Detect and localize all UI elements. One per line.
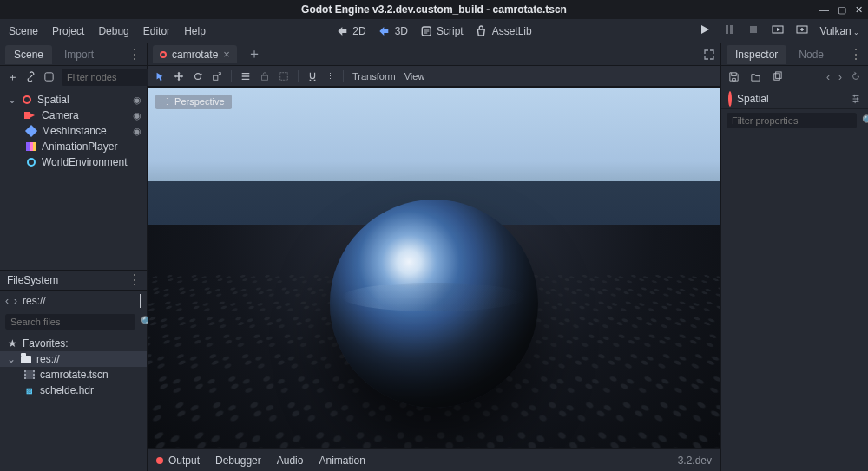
- scene-tabs-bar: camrotate × ＋: [148, 43, 720, 66]
- animationplayer-icon: [25, 141, 37, 153]
- visibility-toggle-icon[interactable]: ◉: [133, 126, 141, 137]
- tree-node-animationplayer[interactable]: AnimationPlayer: [0, 139, 147, 154]
- filesystem-forward-button[interactable]: ›: [14, 295, 17, 307]
- viewport-sphere-mesh: [330, 200, 538, 408]
- bottom-tab-animation[interactable]: Animation: [319, 455, 365, 467]
- filesystem-item-scene[interactable]: camrotate.tscn: [0, 367, 147, 383]
- filesystem-search-input[interactable]: [5, 314, 135, 330]
- local-coords-button[interactable]: [240, 71, 251, 82]
- tree-node-meshinstance[interactable]: MeshInstance ◉: [0, 123, 147, 139]
- menu-editor[interactable]: Editor: [143, 25, 170, 37]
- folder-open-icon: [750, 71, 761, 82]
- pause-button[interactable]: [723, 23, 735, 38]
- rotate-mode-button[interactable]: [193, 71, 203, 82]
- group-button[interactable]: [279, 71, 289, 82]
- tree-node-worldenvironment[interactable]: WorldEnvironment: [0, 154, 147, 170]
- snap-button[interactable]: [307, 71, 318, 82]
- tab-import[interactable]: Import: [56, 45, 102, 64]
- play-scene-button[interactable]: [772, 23, 784, 38]
- expand-toggle-icon[interactable]: ⌄: [8, 94, 16, 106]
- close-tab-button[interactable]: ×: [223, 48, 230, 61]
- svg-rect-11: [776, 72, 782, 78]
- window-minimize-button[interactable]: —: [819, 4, 829, 16]
- add-node-button[interactable]: ＋: [7, 69, 18, 85]
- menu-scene[interactable]: Scene: [9, 25, 38, 37]
- renderer-dropdown[interactable]: Vulkan ⌄: [820, 25, 859, 37]
- tree-node-spatial[interactable]: ⌄ Spatial ◉: [0, 92, 147, 108]
- assetlib-icon: [476, 25, 488, 37]
- filesystem-dock-menu-button[interactable]: ⋮: [128, 276, 141, 285]
- scale-icon: [212, 71, 222, 82]
- main-editor-area: camrotate × ＋ ⋮ Transform View Perspecti…: [148, 43, 720, 471]
- cursor-icon: [155, 71, 165, 82]
- visibility-toggle-icon[interactable]: ◉: [133, 95, 141, 106]
- filesystem-item-root[interactable]: ⌄ res://: [0, 351, 147, 367]
- filesystem-path[interactable]: res://: [23, 295, 135, 307]
- inspector-filter-input[interactable]: [727, 113, 857, 128]
- 3d-viewport[interactable]: Perspective: [148, 87, 720, 448]
- group-icon: [279, 71, 289, 82]
- inspector-save-button[interactable]: [728, 71, 740, 82]
- inspector-history-fwd-button[interactable]: ›: [838, 71, 842, 83]
- window-maximize-button[interactable]: ▢: [838, 4, 846, 16]
- workspace-assetlib-button[interactable]: AssetLib: [476, 25, 532, 37]
- lock-button[interactable]: [260, 71, 270, 82]
- transform-menu[interactable]: Transform: [352, 71, 396, 82]
- bottom-tab-debugger[interactable]: Debugger: [215, 455, 261, 467]
- sliders-icon: [851, 94, 861, 104]
- visibility-toggle-icon[interactable]: ◉: [133, 110, 141, 121]
- inspector-history-menu-button[interactable]: [851, 71, 861, 83]
- workspace-2d-button[interactable]: 2D: [336, 25, 365, 37]
- svg-rect-6: [45, 73, 53, 81]
- expand-icon: [703, 49, 715, 61]
- lock-icon: [260, 71, 270, 82]
- distraction-free-button[interactable]: [703, 49, 715, 61]
- filesystem-back-button[interactable]: ‹: [5, 295, 9, 307]
- scale-mode-button[interactable]: [212, 71, 222, 82]
- inspector-copy-button[interactable]: [772, 71, 783, 82]
- workspace-3d-button[interactable]: 3D: [378, 25, 408, 37]
- grid-view-icon: [140, 294, 141, 308]
- stop-button[interactable]: [747, 23, 760, 38]
- tab-scene[interactable]: Scene: [5, 45, 52, 64]
- inspector-tools-button[interactable]: [851, 94, 861, 104]
- link-icon: [25, 71, 36, 82]
- bottom-tab-audio[interactable]: Audio: [277, 455, 304, 467]
- inspector-history-back-button[interactable]: ‹: [826, 71, 830, 83]
- tab-node[interactable]: Node: [790, 45, 832, 64]
- window-titlebar: Godot Engine v3.2.dev.custom_build - cam…: [0, 0, 868, 19]
- perspective-menu-button[interactable]: Perspective: [155, 95, 232, 109]
- filesystem-item-hdr[interactable]: ▧ schelde.hdr: [0, 383, 147, 398]
- window-close-button[interactable]: ✕: [855, 4, 863, 16]
- menu-debug[interactable]: Debug: [98, 25, 128, 37]
- attach-script-button[interactable]: [43, 71, 55, 82]
- play-button[interactable]: [699, 23, 711, 38]
- inspector-object-name[interactable]: Spatial: [737, 93, 769, 105]
- play-custom-scene-button[interactable]: [796, 23, 808, 38]
- workspace-script-button[interactable]: Script: [420, 25, 464, 37]
- inspector-load-button[interactable]: [750, 71, 761, 82]
- snap-options-button[interactable]: ⋮: [326, 72, 334, 81]
- inspector-dock-menu-button[interactable]: ⋮: [849, 50, 863, 59]
- view-menu[interactable]: View: [404, 71, 425, 82]
- left-dock: Scene Import ⋮ ＋ 🔍 ⌄ Spatial ◉ Camera ◉: [0, 43, 148, 471]
- new-tab-button[interactable]: ＋: [240, 45, 268, 63]
- filesystem-title: FileSystem: [7, 274, 58, 286]
- tab-inspector[interactable]: Inspector: [727, 45, 786, 64]
- output-active-icon: [156, 457, 163, 464]
- search-icon: 🔍: [862, 114, 868, 127]
- move-mode-button[interactable]: [174, 71, 184, 82]
- svg-rect-8: [262, 75, 268, 80]
- tree-node-camera[interactable]: Camera ◉: [0, 108, 147, 123]
- scene-dock-menu-button[interactable]: ⋮: [128, 50, 141, 59]
- svg-rect-1: [726, 25, 728, 34]
- filesystem-favorites-header[interactable]: ★ Favorites:: [0, 336, 147, 351]
- menu-project[interactable]: Project: [52, 25, 84, 37]
- filesystem-view-mode-button[interactable]: [140, 295, 141, 307]
- instance-scene-button[interactable]: [25, 71, 36, 82]
- menu-help[interactable]: Help: [184, 25, 206, 37]
- select-mode-button[interactable]: [155, 71, 165, 82]
- svg-rect-2: [730, 25, 733, 34]
- bottom-tab-output[interactable]: Output: [168, 455, 200, 467]
- scene-tab-camrotate[interactable]: camrotate ×: [153, 45, 237, 63]
